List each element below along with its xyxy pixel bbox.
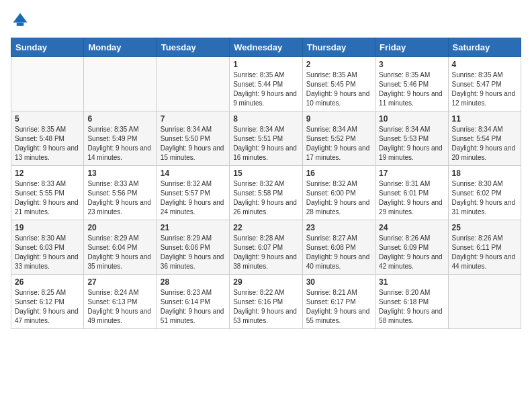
day-number: 19 bbox=[15, 223, 80, 232]
day-info: Sunrise: 8:33 AMSunset: 5:56 PMDaylight:… bbox=[87, 179, 152, 217]
day-info: Sunrise: 8:35 AMSunset: 5:49 PMDaylight:… bbox=[87, 125, 152, 163]
calendar-cell: 9 Sunrise: 8:34 AMSunset: 5:52 PMDayligh… bbox=[302, 111, 375, 166]
calendar-table: SundayMondayTuesdayWednesdayThursdayFrid… bbox=[11, 38, 521, 329]
calendar-cell: 31 Sunrise: 8:20 AMSunset: 6:18 PMDaylig… bbox=[375, 275, 448, 329]
calendar-cell: 3 Sunrise: 8:35 AMSunset: 5:46 PMDayligh… bbox=[375, 57, 448, 111]
day-number: 10 bbox=[379, 114, 444, 124]
day-info: Sunrise: 8:29 AMSunset: 6:04 PMDaylight:… bbox=[87, 234, 152, 271]
calendar-cell: 2 Sunrise: 8:35 AMSunset: 5:45 PMDayligh… bbox=[302, 57, 375, 111]
day-number: 30 bbox=[306, 277, 371, 287]
calendar-cell: 6 Sunrise: 8:35 AMSunset: 5:49 PMDayligh… bbox=[84, 111, 157, 166]
day-info: Sunrise: 8:35 AMSunset: 5:44 PMDaylight:… bbox=[233, 71, 298, 108]
calendar-cell bbox=[157, 57, 229, 111]
page-header bbox=[11, 11, 521, 30]
day-info: Sunrise: 8:34 AMSunset: 5:50 PMDaylight:… bbox=[161, 125, 226, 163]
calendar-cell: 8 Sunrise: 8:34 AMSunset: 5:51 PMDayligh… bbox=[230, 111, 302, 166]
calendar-cell: 23 Sunrise: 8:27 AMSunset: 6:08 PMDaylig… bbox=[302, 220, 375, 275]
calendar-cell bbox=[84, 57, 157, 111]
calendar-cell: 1 Sunrise: 8:35 AMSunset: 5:44 PMDayligh… bbox=[230, 57, 302, 111]
calendar-cell: 26 Sunrise: 8:25 AMSunset: 6:12 PMDaylig… bbox=[11, 275, 84, 329]
day-info: Sunrise: 8:35 AMSunset: 5:47 PMDaylight:… bbox=[452, 71, 517, 108]
day-number: 28 bbox=[161, 277, 226, 287]
day-info: Sunrise: 8:30 AMSunset: 6:03 PMDaylight:… bbox=[15, 234, 80, 271]
day-info: Sunrise: 8:35 AMSunset: 5:46 PMDaylight:… bbox=[379, 71, 444, 108]
day-number: 27 bbox=[87, 277, 152, 287]
day-info: Sunrise: 8:20 AMSunset: 6:18 PMDaylight:… bbox=[379, 288, 444, 326]
day-info: Sunrise: 8:26 AMSunset: 6:09 PMDaylight:… bbox=[379, 234, 444, 271]
calendar-cell: 15 Sunrise: 8:32 AMSunset: 5:58 PMDaylig… bbox=[230, 166, 302, 220]
calendar-week-row: 19 Sunrise: 8:30 AMSunset: 6:03 PMDaylig… bbox=[11, 220, 521, 275]
calendar-cell bbox=[11, 57, 84, 111]
weekday-header-saturday: Saturday bbox=[448, 38, 521, 57]
day-info: Sunrise: 8:27 AMSunset: 6:08 PMDaylight:… bbox=[306, 234, 371, 271]
day-info: Sunrise: 8:26 AMSunset: 6:11 PMDaylight:… bbox=[452, 234, 517, 271]
calendar-cell: 27 Sunrise: 8:24 AMSunset: 6:13 PMDaylig… bbox=[84, 275, 157, 329]
day-number: 3 bbox=[379, 60, 444, 69]
day-number: 8 bbox=[233, 114, 298, 124]
day-number: 5 bbox=[15, 114, 80, 124]
day-number: 26 bbox=[15, 277, 80, 287]
calendar-cell: 18 Sunrise: 8:30 AMSunset: 6:02 PMDaylig… bbox=[448, 166, 521, 220]
day-info: Sunrise: 8:31 AMSunset: 6:01 PMDaylight:… bbox=[379, 179, 444, 217]
calendar-cell: 7 Sunrise: 8:34 AMSunset: 5:50 PMDayligh… bbox=[157, 111, 229, 166]
calendar-cell: 16 Sunrise: 8:32 AMSunset: 6:00 PMDaylig… bbox=[302, 166, 375, 220]
day-number: 12 bbox=[15, 169, 80, 178]
day-info: Sunrise: 8:28 AMSunset: 6:07 PMDaylight:… bbox=[233, 234, 298, 271]
calendar-cell: 24 Sunrise: 8:26 AMSunset: 6:09 PMDaylig… bbox=[375, 220, 448, 275]
day-number: 29 bbox=[233, 277, 298, 287]
day-number: 18 bbox=[452, 169, 517, 178]
calendar-cell: 19 Sunrise: 8:30 AMSunset: 6:03 PMDaylig… bbox=[11, 220, 84, 275]
day-info: Sunrise: 8:35 AMSunset: 5:48 PMDaylight:… bbox=[15, 125, 80, 163]
day-number: 9 bbox=[306, 114, 371, 124]
day-info: Sunrise: 8:34 AMSunset: 5:51 PMDaylight:… bbox=[233, 125, 298, 163]
svg-marker-0 bbox=[13, 13, 28, 23]
calendar-cell bbox=[448, 275, 521, 329]
calendar-cell: 14 Sunrise: 8:32 AMSunset: 5:57 PMDaylig… bbox=[157, 166, 229, 220]
day-number: 31 bbox=[379, 277, 444, 287]
calendar-week-row: 1 Sunrise: 8:35 AMSunset: 5:44 PMDayligh… bbox=[11, 57, 521, 111]
day-info: Sunrise: 8:24 AMSunset: 6:13 PMDaylight:… bbox=[87, 288, 152, 326]
day-number: 25 bbox=[452, 223, 517, 232]
calendar-cell: 20 Sunrise: 8:29 AMSunset: 6:04 PMDaylig… bbox=[84, 220, 157, 275]
day-number: 17 bbox=[379, 169, 444, 178]
logo bbox=[11, 11, 32, 30]
day-info: Sunrise: 8:21 AMSunset: 6:17 PMDaylight:… bbox=[306, 288, 371, 326]
calendar-cell: 28 Sunrise: 8:23 AMSunset: 6:14 PMDaylig… bbox=[157, 275, 229, 329]
calendar-cell: 13 Sunrise: 8:33 AMSunset: 5:56 PMDaylig… bbox=[84, 166, 157, 220]
day-number: 11 bbox=[452, 114, 517, 124]
day-info: Sunrise: 8:30 AMSunset: 6:02 PMDaylight:… bbox=[452, 179, 517, 217]
logo-icon bbox=[11, 11, 30, 30]
day-info: Sunrise: 8:29 AMSunset: 6:06 PMDaylight:… bbox=[161, 234, 226, 271]
calendar-cell: 21 Sunrise: 8:29 AMSunset: 6:06 PMDaylig… bbox=[157, 220, 229, 275]
calendar-cell: 17 Sunrise: 8:31 AMSunset: 6:01 PMDaylig… bbox=[375, 166, 448, 220]
day-number: 4 bbox=[452, 60, 517, 69]
day-info: Sunrise: 8:23 AMSunset: 6:14 PMDaylight:… bbox=[161, 288, 226, 326]
calendar-week-row: 12 Sunrise: 8:33 AMSunset: 5:55 PMDaylig… bbox=[11, 166, 521, 220]
day-info: Sunrise: 8:34 AMSunset: 5:52 PMDaylight:… bbox=[306, 125, 371, 163]
day-number: 2 bbox=[306, 60, 371, 69]
day-number: 23 bbox=[306, 223, 371, 232]
day-number: 13 bbox=[87, 169, 152, 178]
calendar-header-row: SundayMondayTuesdayWednesdayThursdayFrid… bbox=[11, 38, 521, 57]
weekday-header-thursday: Thursday bbox=[302, 38, 375, 57]
calendar-cell: 22 Sunrise: 8:28 AMSunset: 6:07 PMDaylig… bbox=[230, 220, 302, 275]
calendar-cell: 30 Sunrise: 8:21 AMSunset: 6:17 PMDaylig… bbox=[302, 275, 375, 329]
day-number: 20 bbox=[87, 223, 152, 232]
day-number: 22 bbox=[233, 223, 298, 232]
day-number: 24 bbox=[379, 223, 444, 232]
day-number: 14 bbox=[161, 169, 226, 178]
day-number: 6 bbox=[87, 114, 152, 124]
day-info: Sunrise: 8:34 AMSunset: 5:54 PMDaylight:… bbox=[452, 125, 517, 163]
calendar-cell: 25 Sunrise: 8:26 AMSunset: 6:11 PMDaylig… bbox=[448, 220, 521, 275]
day-info: Sunrise: 8:33 AMSunset: 5:55 PMDaylight:… bbox=[15, 179, 80, 217]
day-info: Sunrise: 8:22 AMSunset: 6:16 PMDaylight:… bbox=[233, 288, 298, 326]
weekday-header-friday: Friday bbox=[375, 38, 448, 57]
weekday-header-sunday: Sunday bbox=[11, 38, 84, 57]
calendar-cell: 29 Sunrise: 8:22 AMSunset: 6:16 PMDaylig… bbox=[230, 275, 302, 329]
day-info: Sunrise: 8:32 AMSunset: 6:00 PMDaylight:… bbox=[306, 179, 371, 217]
day-number: 15 bbox=[233, 169, 298, 178]
day-info: Sunrise: 8:32 AMSunset: 5:57 PMDaylight:… bbox=[161, 179, 226, 217]
day-number: 21 bbox=[161, 223, 226, 232]
weekday-header-tuesday: Tuesday bbox=[157, 38, 229, 57]
calendar-week-row: 5 Sunrise: 8:35 AMSunset: 5:48 PMDayligh… bbox=[11, 111, 521, 166]
